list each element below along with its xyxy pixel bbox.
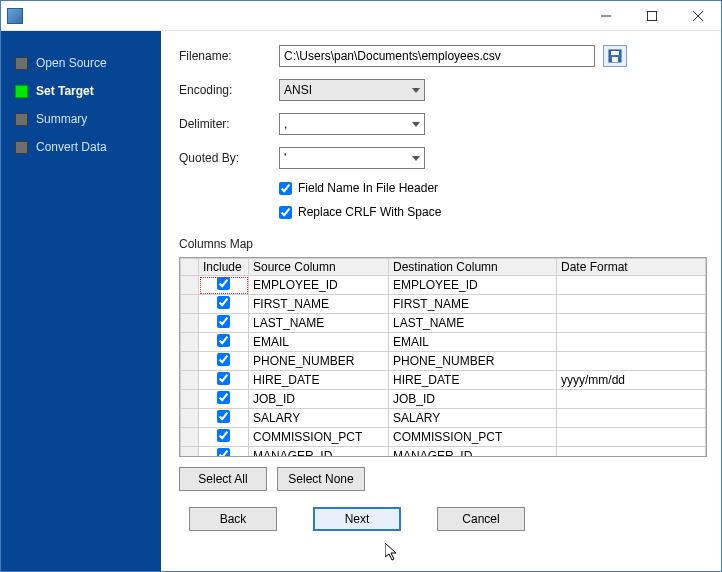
- field-name-header-checkbox[interactable]: [279, 182, 292, 195]
- col-format-header[interactable]: Date Format: [557, 259, 706, 276]
- include-cell[interactable]: [199, 428, 249, 447]
- include-cell[interactable]: [199, 409, 249, 428]
- col-dest-header[interactable]: Destination Column: [389, 259, 557, 276]
- replace-crlf-label: Replace CRLF With Space: [298, 205, 441, 219]
- date-format-cell[interactable]: [557, 409, 706, 428]
- table-row[interactable]: EMPLOYEE_IDEMPLOYEE_ID: [181, 276, 706, 295]
- source-column-cell[interactable]: FIRST_NAME: [249, 295, 389, 314]
- source-column-cell[interactable]: COMMISSION_PCT: [249, 428, 389, 447]
- row-header[interactable]: [181, 390, 199, 409]
- include-checkbox[interactable]: [217, 334, 230, 347]
- include-cell[interactable]: [199, 314, 249, 333]
- destination-column-cell[interactable]: EMPLOYEE_ID: [389, 276, 557, 295]
- replace-crlf-checkbox[interactable]: [279, 206, 292, 219]
- row-header[interactable]: [181, 371, 199, 390]
- date-format-cell[interactable]: yyyy/mm/dd: [557, 371, 706, 390]
- table-row[interactable]: HIRE_DATEHIRE_DATEyyyy/mm/dd: [181, 371, 706, 390]
- include-cell[interactable]: [199, 276, 249, 295]
- destination-column-cell[interactable]: LAST_NAME: [389, 314, 557, 333]
- date-format-cell[interactable]: [557, 295, 706, 314]
- destination-column-cell[interactable]: SALARY: [389, 409, 557, 428]
- grid-corner: [181, 259, 199, 276]
- select-none-button[interactable]: Select None: [277, 467, 365, 491]
- table-row[interactable]: PHONE_NUMBERPHONE_NUMBER: [181, 352, 706, 371]
- row-header[interactable]: [181, 276, 199, 295]
- source-column-cell[interactable]: HIRE_DATE: [249, 371, 389, 390]
- source-column-cell[interactable]: LAST_NAME: [249, 314, 389, 333]
- back-button[interactable]: Back: [189, 507, 277, 531]
- date-format-cell[interactable]: [557, 352, 706, 371]
- minimize-button[interactable]: [583, 1, 629, 30]
- delimiter-value: ,: [284, 117, 287, 131]
- include-cell[interactable]: [199, 447, 249, 458]
- browse-button[interactable]: [603, 45, 627, 67]
- destination-column-cell[interactable]: FIRST_NAME: [389, 295, 557, 314]
- include-cell[interactable]: [199, 295, 249, 314]
- row-header[interactable]: [181, 333, 199, 352]
- step-convert-data[interactable]: Convert Data: [1, 133, 161, 161]
- maximize-button[interactable]: [629, 1, 675, 30]
- destination-column-cell[interactable]: HIRE_DATE: [389, 371, 557, 390]
- destination-column-cell[interactable]: PHONE_NUMBER: [389, 352, 557, 371]
- source-column-cell[interactable]: MANAGER_ID: [249, 447, 389, 458]
- include-cell[interactable]: [199, 390, 249, 409]
- row-header[interactable]: [181, 352, 199, 371]
- table-row[interactable]: MANAGER_IDMANAGER_ID: [181, 447, 706, 458]
- svg-rect-5: [611, 51, 619, 55]
- date-format-cell[interactable]: [557, 333, 706, 352]
- col-include-header[interactable]: Include: [199, 259, 249, 276]
- include-checkbox[interactable]: [217, 429, 230, 442]
- row-header[interactable]: [181, 447, 199, 458]
- destination-column-cell[interactable]: JOB_ID: [389, 390, 557, 409]
- encoding-label: Encoding:: [179, 83, 279, 97]
- table-row[interactable]: EMAILEMAIL: [181, 333, 706, 352]
- destination-column-cell[interactable]: MANAGER_ID: [389, 447, 557, 458]
- row-header[interactable]: [181, 409, 199, 428]
- date-format-cell[interactable]: [557, 390, 706, 409]
- source-column-cell[interactable]: SALARY: [249, 409, 389, 428]
- close-button[interactable]: [675, 1, 721, 30]
- include-cell[interactable]: [199, 371, 249, 390]
- table-row[interactable]: SALARYSALARY: [181, 409, 706, 428]
- filename-input[interactable]: [279, 45, 595, 67]
- table-row[interactable]: FIRST_NAMEFIRST_NAME: [181, 295, 706, 314]
- quoted-combo[interactable]: ': [279, 147, 425, 169]
- destination-column-cell[interactable]: EMAIL: [389, 333, 557, 352]
- table-row[interactable]: COMMISSION_PCTCOMMISSION_PCT: [181, 428, 706, 447]
- include-checkbox[interactable]: [217, 410, 230, 423]
- col-source-header[interactable]: Source Column: [249, 259, 389, 276]
- columns-map-grid[interactable]: Include Source Column Destination Column…: [179, 257, 707, 457]
- include-checkbox[interactable]: [217, 353, 230, 366]
- include-checkbox[interactable]: [217, 448, 230, 457]
- row-header[interactable]: [181, 295, 199, 314]
- include-cell[interactable]: [199, 352, 249, 371]
- date-format-cell[interactable]: [557, 428, 706, 447]
- row-header[interactable]: [181, 428, 199, 447]
- source-column-cell[interactable]: PHONE_NUMBER: [249, 352, 389, 371]
- date-format-cell[interactable]: [557, 447, 706, 458]
- delimiter-combo[interactable]: ,: [279, 113, 425, 135]
- select-all-button[interactable]: Select All: [179, 467, 267, 491]
- source-column-cell[interactable]: EMAIL: [249, 333, 389, 352]
- step-open-source[interactable]: Open Source: [1, 49, 161, 77]
- step-set-target[interactable]: Set Target: [1, 77, 161, 105]
- step-summary[interactable]: Summary: [1, 105, 161, 133]
- include-checkbox[interactable]: [217, 296, 230, 309]
- source-column-cell[interactable]: EMPLOYEE_ID: [249, 276, 389, 295]
- include-cell[interactable]: [199, 333, 249, 352]
- next-button[interactable]: Next: [313, 507, 401, 531]
- destination-column-cell[interactable]: COMMISSION_PCT: [389, 428, 557, 447]
- source-column-cell[interactable]: JOB_ID: [249, 390, 389, 409]
- table-row[interactable]: LAST_NAMELAST_NAME: [181, 314, 706, 333]
- include-checkbox[interactable]: [217, 372, 230, 385]
- encoding-value: ANSI: [284, 83, 312, 97]
- encoding-combo[interactable]: ANSI: [279, 79, 425, 101]
- row-header[interactable]: [181, 314, 199, 333]
- include-checkbox[interactable]: [217, 315, 230, 328]
- date-format-cell[interactable]: [557, 314, 706, 333]
- include-checkbox[interactable]: [217, 277, 230, 290]
- date-format-cell[interactable]: [557, 276, 706, 295]
- include-checkbox[interactable]: [217, 391, 230, 404]
- table-row[interactable]: JOB_IDJOB_ID: [181, 390, 706, 409]
- cancel-button[interactable]: Cancel: [437, 507, 525, 531]
